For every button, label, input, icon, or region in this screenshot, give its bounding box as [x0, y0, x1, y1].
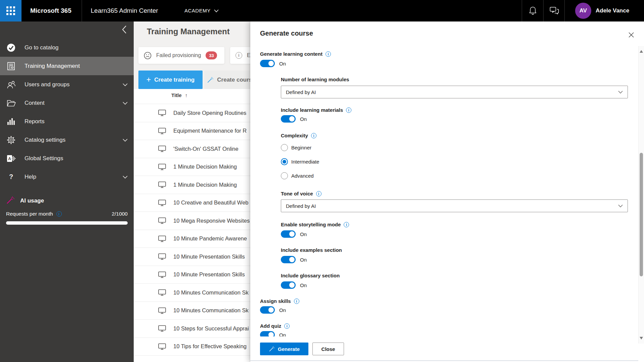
- table-row[interactable]: 10 Minutes Communication Sk: [134, 284, 250, 302]
- field-label: Add quiz: [260, 323, 281, 329]
- table-row[interactable]: 10 Tips for Effective Speaking: [134, 338, 250, 356]
- include-learning-materials-label: Include learning materials i: [281, 107, 351, 113]
- field-label: Complexity: [281, 133, 308, 138]
- field-label: Include learning materials: [281, 107, 343, 113]
- catalog-check-icon: [6, 43, 16, 52]
- close-button[interactable]: Close: [312, 343, 344, 355]
- include-learning-materials-toggle[interactable]: [281, 115, 296, 123]
- failed-count-badge: 33: [206, 51, 217, 59]
- course-monitor-icon: [158, 217, 166, 224]
- panel-scrollbar[interactable]: [638, 46, 644, 344]
- generate-course-panel: Generate course Generate learning conten…: [250, 21, 644, 362]
- course-monitor-icon: [158, 145, 166, 152]
- scrollbar-up-arrow-icon[interactable]: [640, 50, 643, 53]
- add-quiz-toggle[interactable]: [260, 331, 275, 336]
- user-avatar[interactable]: AV: [575, 3, 591, 19]
- chevron-left-icon: [122, 25, 127, 34]
- include-examples-toggle-row: On: [281, 256, 307, 263]
- table-row[interactable]: 10 Minute Presentation Skills: [134, 266, 250, 284]
- generate-learning-content-toggle-row: On: [260, 60, 286, 67]
- tenant-menu[interactable]: ACADEMY: [184, 0, 219, 21]
- course-monitor-icon: [158, 164, 166, 170]
- sidebar-item-training-management[interactable]: Training Management: [0, 57, 134, 75]
- user-name[interactable]: Adele Vance: [596, 0, 629, 21]
- table-row[interactable]: 10 Mega Responsive Websites: [134, 212, 250, 230]
- complexity-option-intermediate[interactable]: Intermediate: [281, 158, 319, 165]
- title-column-header[interactable]: Title ↑: [171, 92, 187, 98]
- close-button-label: Close: [321, 346, 335, 352]
- sidebar-item-help[interactable]: ? Help: [0, 168, 134, 186]
- table-row[interactable]: 1 Minute Decision Making: [134, 176, 250, 194]
- scrollbar-down-arrow-icon[interactable]: [640, 337, 643, 340]
- complexity-option-advanced[interactable]: Advanced: [281, 172, 314, 179]
- info-icon[interactable]: i: [316, 191, 321, 196]
- course-monitor-icon: [158, 343, 166, 350]
- include-glossary-label: Include glossary section: [281, 273, 340, 278]
- table-row[interactable]: Equipment Maintenance for R: [134, 122, 250, 140]
- toggle-state: On: [279, 61, 286, 66]
- sidebar-collapse-button[interactable]: [120, 25, 129, 34]
- sidebar-item-users-and-groups[interactable]: Users and groups: [0, 75, 134, 94]
- table-row[interactable]: Daily Store Opening Routines: [134, 104, 250, 122]
- radio-label: Intermediate: [291, 159, 319, 165]
- table-row[interactable]: 10 Minute Pandemic Awarene: [134, 230, 250, 248]
- info-icon[interactable]: i: [326, 51, 331, 57]
- sidebar-item-label: Training Management: [25, 63, 80, 70]
- enable-storytelling-toggle[interactable]: [281, 230, 296, 238]
- global-settings-icon: A: [6, 154, 16, 163]
- sidebar-item-content[interactable]: Content: [0, 94, 134, 112]
- include-examples-toggle[interactable]: [281, 256, 296, 263]
- app-launcher-button[interactable]: [0, 0, 22, 21]
- chevron-down-icon: [123, 137, 128, 143]
- app-name[interactable]: Learn365 Admin Center: [91, 0, 158, 21]
- sidebar-item-reports[interactable]: Reports: [0, 112, 134, 131]
- info-icon[interactable]: i: [294, 299, 299, 304]
- number-of-modules-dropdown[interactable]: Defined by AI: [281, 86, 628, 98]
- training-title: 'Switch-On' GSSAT Online: [173, 146, 239, 152]
- create-training-button[interactable]: + Create training: [138, 71, 203, 89]
- sidebar-item-catalog-settings[interactable]: Catalog settings: [0, 131, 134, 149]
- info-icon[interactable]: i: [344, 222, 349, 227]
- training-title: 10 Minute Presentation Skills: [173, 254, 245, 260]
- number-of-modules-label: Number of learning modules: [281, 77, 349, 82]
- assign-skills-toggle[interactable]: [260, 306, 275, 314]
- tone-of-voice-dropdown[interactable]: Defined by AI: [281, 199, 628, 212]
- scrollbar-thumb[interactable]: [640, 153, 643, 276]
- help-icon: ?: [6, 173, 16, 181]
- table-row[interactable]: 'Switch-On' GSSAT Online: [134, 140, 250, 158]
- table-row[interactable]: 10 Minutes Communication Sk: [134, 302, 250, 320]
- product-name[interactable]: Microsoft 365: [30, 0, 71, 21]
- include-glossary-toggle[interactable]: [281, 281, 296, 289]
- sort-ascending-icon: ↑: [185, 92, 188, 98]
- generate-learning-content-toggle[interactable]: [260, 60, 275, 67]
- complexity-option-beginner[interactable]: Beginner: [281, 144, 311, 151]
- table-row[interactable]: 10 Creative and Beautiful Web: [134, 194, 250, 212]
- panel-footer: Generate Close: [250, 336, 638, 362]
- sidebar-item-global-settings[interactable]: A Global Settings: [0, 149, 134, 168]
- table-row[interactable]: 10 Steps for Successful Apprai: [134, 320, 250, 338]
- second-filter-card[interactable]: i E: [230, 47, 250, 64]
- notifications-button[interactable]: [522, 0, 543, 21]
- generate-learning-content-label: Generate learning content i: [260, 51, 331, 57]
- failed-provisioning-card[interactable]: Failed provisioning 33: [138, 47, 224, 64]
- info-icon[interactable]: i: [311, 133, 316, 138]
- info-icon[interactable]: i: [346, 107, 351, 113]
- generate-button[interactable]: Generate: [260, 343, 308, 355]
- generate-button-label: Generate: [278, 346, 300, 352]
- table-row[interactable]: 1 Minute Decision Making: [134, 158, 250, 176]
- sidebar-items: Go to catalog Training Management Users …: [0, 38, 134, 186]
- create-course-button[interactable]: Create course: [204, 71, 250, 89]
- training-title: 10 Minute Pandemic Awarene: [173, 235, 247, 242]
- add-quiz-label: Add quiz i: [260, 323, 290, 329]
- info-icon[interactable]: i: [56, 211, 62, 217]
- table-row[interactable]: 10 Minute Presentation Skills: [134, 248, 250, 266]
- sidebar-item-go-to-catalog[interactable]: Go to catalog: [0, 38, 134, 57]
- chat-button[interactable]: [544, 0, 565, 21]
- sidebar-item-ai-usage[interactable]: AI usage: [6, 196, 44, 206]
- info-icon[interactable]: i: [284, 323, 290, 329]
- info-icon: i: [235, 52, 242, 59]
- field-label: Include examples section: [281, 247, 342, 253]
- sidebar-item-label: Global Settings: [25, 155, 63, 162]
- chevron-down-icon: [123, 100, 128, 106]
- column-label: Title: [171, 92, 182, 98]
